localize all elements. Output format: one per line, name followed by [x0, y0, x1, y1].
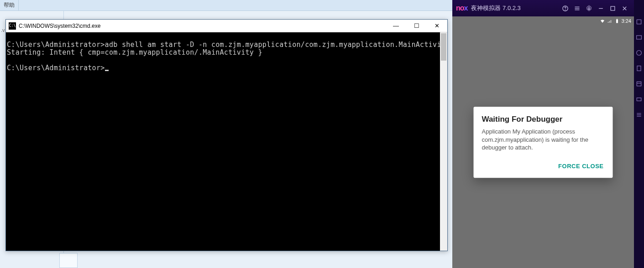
cmd-window: C:\ C:\WINDOWS\system32\cmd.exe — ☐ ✕ C:…: [5, 19, 448, 251]
help-icon[interactable]: [559, 2, 571, 14]
background-inner-box: [59, 253, 78, 268]
scrollbar-thumb[interactable]: [441, 33, 446, 61]
nox-emulator-window: nox 夜神模拟器 7.0.2.3 3:24 Waiting For Debug…: [452, 0, 644, 268]
force-close-button[interactable]: FORCE CLOSE: [555, 160, 607, 172]
cmd-icon: C:\: [9, 22, 16, 30]
svg-rect-13: [637, 36, 642, 39]
minimize-icon[interactable]: [595, 2, 607, 14]
nox-logo: nox: [456, 4, 467, 12]
sidebar-tool-icon[interactable]: [635, 65, 643, 72]
gear-icon[interactable]: [583, 2, 595, 14]
terminal-line: C:\Users\Administrator>adb shell am star…: [7, 41, 447, 49]
nox-sidebar: [634, 0, 644, 268]
terminal-line: [7, 57, 447, 64]
maximize-icon[interactable]: [607, 2, 618, 14]
cmd-titlebar[interactable]: C:\ C:\WINDOWS\system32\cmd.exe — ☐ ✕: [6, 20, 447, 32]
cmd-title: C:\WINDOWS\system32\cmd.exe: [19, 23, 386, 29]
cursor: [105, 70, 109, 71]
terminal-prompt: C:\Users\Administrator>: [7, 64, 447, 72]
menu-icon[interactable]: [571, 2, 583, 14]
svg-rect-15: [637, 66, 641, 71]
nox-title: 夜神模拟器 7.0.2.3: [471, 4, 559, 12]
nox-titlebar[interactable]: nox 夜神模拟器 7.0.2.3: [452, 0, 634, 16]
maximize-button[interactable]: ☐: [406, 20, 427, 32]
minimize-button[interactable]: —: [386, 20, 406, 32]
debugger-dialog: Waiting For Debugger Application My Appl…: [474, 107, 613, 178]
bg-fragment-text: .v: [0, 26, 6, 34]
svg-rect-7: [611, 6, 615, 10]
help-menu[interactable]: 帮助: [0, 0, 19, 10]
status-time: 3:24: [622, 18, 631, 24]
sidebar-tool-icon[interactable]: [635, 34, 643, 41]
sidebar-tool-icon[interactable]: [635, 18, 643, 26]
svg-rect-16: [637, 82, 641, 86]
sidebar-tool-icon[interactable]: [635, 96, 643, 103]
svg-rect-18: [637, 98, 641, 101]
battery-icon: [614, 18, 620, 24]
wifi-icon: [600, 18, 605, 24]
cmd-terminal[interactable]: C:\Users\Administrator>adb shell am star…: [6, 32, 447, 251]
terminal-line: Starting: Intent { cmp=com.zjm.myapplica…: [7, 49, 447, 57]
emulator-screen[interactable]: 3:24 Waiting For Debugger Application My…: [452, 16, 634, 268]
sidebar-tool-icon[interactable]: [635, 80, 643, 88]
android-status-bar: 3:24: [597, 16, 634, 26]
svg-rect-12: [637, 20, 641, 24]
close-icon[interactable]: [618, 2, 630, 14]
sidebar-tool-icon[interactable]: [635, 111, 643, 119]
signal-icon: [607, 18, 613, 24]
scrollbar[interactable]: [440, 32, 447, 251]
svg-rect-11: [617, 19, 618, 20]
svg-point-5: [588, 7, 590, 9]
dialog-body: Application My Application (process com.…: [474, 126, 613, 156]
svg-point-1: [565, 10, 565, 10]
svg-rect-10: [616, 20, 618, 23]
dialog-title: Waiting For Debugger: [474, 107, 613, 126]
svg-point-14: [637, 51, 642, 56]
close-button[interactable]: ✕: [427, 20, 447, 32]
sidebar-tool-icon[interactable]: [635, 49, 643, 57]
